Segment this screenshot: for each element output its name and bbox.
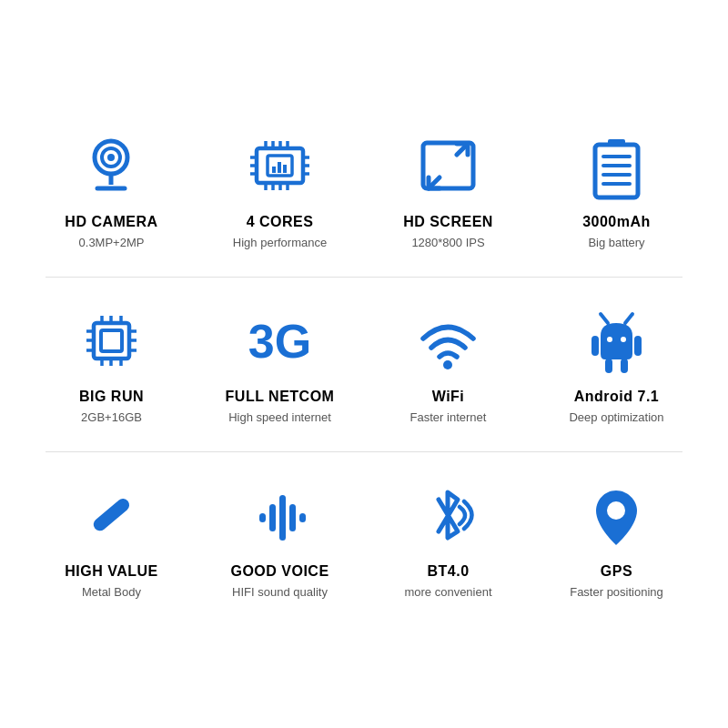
svg-rect-23 <box>283 165 287 173</box>
svg-point-60 <box>607 501 625 520</box>
gps-subtitle: Faster positioning <box>570 585 663 599</box>
bluetooth-subtitle: more convenient <box>404 585 491 599</box>
feature-android: Android 7.1 Deep optimization <box>532 291 701 438</box>
battery-subtitle: Big battery <box>588 236 644 249</box>
feature-big-run: BIG RUN 2GB+16GB <box>27 291 196 438</box>
feature-bluetooth: BT4.0 more convenient <box>364 466 532 612</box>
gps-icon <box>581 480 653 552</box>
hd-camera-title: HD CAMERA <box>65 214 157 230</box>
svg-rect-58 <box>289 504 296 531</box>
svg-rect-21 <box>272 167 276 173</box>
svg-rect-50 <box>592 336 599 356</box>
feature-high-value: HIGH VALUE Metal Body <box>27 466 196 612</box>
good-voice-title: GOOD VOICE <box>230 563 329 580</box>
4-cores-title: 4 CORES <box>247 214 314 230</box>
features-grid: HD CAMERA 0.3MP+2MP <box>18 98 710 631</box>
svg-rect-54 <box>91 496 132 533</box>
svg-point-46 <box>607 337 612 342</box>
full-netcom-title: FULL NETCOM <box>226 389 335 405</box>
feature-wifi: WiFi Faster internet <box>364 291 532 438</box>
svg-line-49 <box>625 314 632 323</box>
high-value-title: HIGH VALUE <box>65 563 157 580</box>
hd-camera-icon <box>76 130 148 203</box>
svg-rect-31 <box>94 323 129 359</box>
svg-line-48 <box>601 314 608 323</box>
wifi-subtitle: Faster internet <box>410 410 487 424</box>
hd-camera-subtitle: 0.3MP+2MP <box>79 236 145 249</box>
battery-icon <box>581 130 653 203</box>
bluetooth-title: BT4.0 <box>427 563 469 580</box>
feature-4-cores: 4 CORES High performance <box>196 116 364 263</box>
svg-rect-57 <box>279 495 286 541</box>
battery-title: 3000mAh <box>582 214 651 230</box>
svg-rect-25 <box>595 145 638 197</box>
feature-good-voice: GOOD VOICE HIFI sound quality <box>196 466 364 612</box>
good-voice-subtitle: HIFI sound quality <box>232 585 328 599</box>
4-cores-icon <box>244 130 317 203</box>
feature-hd-screen: HD SCREEN 1280*800 IPS <box>364 116 532 263</box>
gps-title: GPS <box>601 563 632 580</box>
svg-rect-32 <box>101 330 122 351</box>
svg-point-47 <box>621 337 626 342</box>
divider-2 <box>46 451 682 452</box>
android-subtitle: Deep optimization <box>569 410 663 424</box>
svg-rect-22 <box>278 162 281 173</box>
svg-rect-52 <box>605 359 612 373</box>
big-run-icon <box>76 305 148 378</box>
hd-screen-icon <box>412 130 485 203</box>
svg-rect-51 <box>634 336 642 356</box>
wifi-icon <box>412 305 485 378</box>
svg-point-2 <box>107 154 115 161</box>
feature-hd-camera: HD CAMERA 0.3MP+2MP <box>27 116 196 263</box>
big-run-title: BIG RUN <box>79 389 144 405</box>
svg-rect-55 <box>259 513 266 522</box>
high-value-icon <box>76 480 148 552</box>
android-icon <box>581 305 653 378</box>
feature-full-netcom: 3G FULL NETCOM High speed internet <box>196 291 364 438</box>
4-cores-subtitle: High performance <box>233 236 327 249</box>
wifi-title: WiFi <box>432 389 465 405</box>
svg-rect-56 <box>269 504 276 531</box>
svg-point-45 <box>443 360 452 369</box>
good-voice-icon <box>244 480 317 552</box>
svg-rect-59 <box>299 513 306 522</box>
full-netcom-icon: 3G <box>244 305 317 378</box>
svg-rect-53 <box>621 359 628 373</box>
divider-1 <box>46 277 682 278</box>
hd-screen-title: HD SCREEN <box>403 214 493 230</box>
high-value-subtitle: Metal Body <box>82 585 141 599</box>
big-run-subtitle: 2GB+16GB <box>81 410 142 424</box>
hd-screen-subtitle: 1280*800 IPS <box>411 236 484 249</box>
feature-gps: GPS Faster positioning <box>532 466 701 612</box>
svg-rect-26 <box>608 139 625 147</box>
bluetooth-icon <box>412 480 485 552</box>
android-title: Android 7.1 <box>574 389 660 405</box>
feature-battery: 3000mAh Big battery <box>532 116 701 263</box>
full-netcom-subtitle: High speed internet <box>228 410 331 424</box>
3g-text: 3G <box>248 318 311 365</box>
